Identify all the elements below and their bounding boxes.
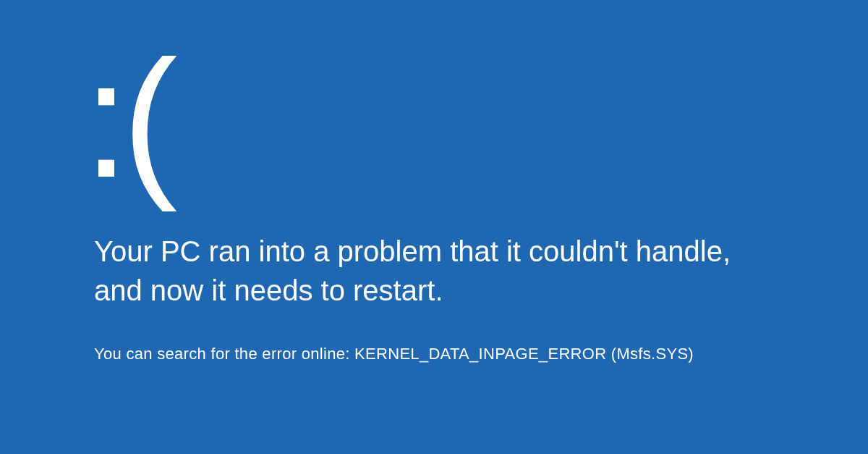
sad-face-icon: :( xyxy=(83,36,774,203)
error-message: Your PC ran into a problem that it could… xyxy=(94,232,774,310)
bsod-screen: :( Your PC ran into a problem that it co… xyxy=(0,0,868,363)
error-code-text: KERNEL_DATA_INPAGE_ERROR (Msfs.SYS) xyxy=(354,345,694,363)
error-prefix-text: You can search for the error online: xyxy=(94,345,354,363)
error-detail-line: You can search for the error online: KER… xyxy=(94,345,774,363)
